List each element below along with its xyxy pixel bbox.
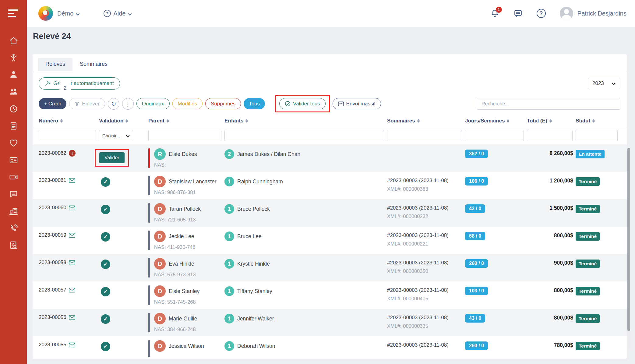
sidebar-item-documents[interactable] <box>7 121 20 131</box>
send-envelope-icon[interactable] <box>69 315 75 320</box>
parent-nas: NAS: 575-973-813 <box>154 272 196 277</box>
releve-number[interactable]: 2023-00056 <box>39 314 66 320</box>
generate-button[interactable]: Générer automatiquement <box>39 77 120 90</box>
sidebar-item-reports[interactable] <box>7 241 20 250</box>
envelope-icon <box>69 178 75 183</box>
building-chart-icon <box>9 207 18 216</box>
send-envelope-icon[interactable] <box>69 178 75 183</box>
sidebar-item-educator[interactable] <box>7 70 20 80</box>
sidebar-item-calls[interactable] <box>7 224 20 233</box>
mass-send-button[interactable]: Envoi massif <box>333 98 381 109</box>
releve-number[interactable]: 2023-00060 <box>39 205 66 211</box>
notifications-button[interactable]: 1 <box>490 9 499 18</box>
column-header-4[interactable]: Sommaires <box>387 118 465 124</box>
sidebar-item-organization[interactable] <box>7 207 20 216</box>
sidebar-item-child[interactable] <box>7 53 20 62</box>
validation-filter-select[interactable]: Choisir... <box>99 130 133 141</box>
column-header-5[interactable]: Jours/Semaines <box>465 118 527 124</box>
send-envelope-icon[interactable] <box>69 342 75 348</box>
filter-input-3[interactable] <box>224 130 384 141</box>
sidebar-item-video[interactable] <box>7 172 20 182</box>
validate-highlight: Valider <box>95 149 129 167</box>
sidebar <box>0 0 27 364</box>
column-header-0[interactable]: Numéro <box>39 118 99 124</box>
tab-releves[interactable]: Relevés <box>38 58 72 71</box>
filter-deleted-button[interactable]: Supprimés <box>205 98 241 109</box>
sidebar-item-schedule[interactable] <box>7 104 20 114</box>
send-envelope-icon[interactable] <box>69 260 75 265</box>
releve-number[interactable]: 2023-00055 <box>39 342 66 348</box>
releve-number[interactable]: 2023-00061 <box>39 177 66 183</box>
id-card-icon <box>9 155 18 165</box>
filter-input-0[interactable] <box>39 130 96 141</box>
parent-avatar: D <box>154 285 166 297</box>
search-input[interactable] <box>477 98 620 110</box>
filter-input-2[interactable] <box>148 130 221 141</box>
releve-number[interactable]: 2023-00062 <box>39 150 66 156</box>
sommaire-ref: #2023-00003 (2023-11-08) <box>387 232 465 239</box>
validated-check-icon: ✓ <box>101 314 110 324</box>
refresh-button[interactable]: ↻ <box>108 98 119 110</box>
column-header-6[interactable]: Total (E) <box>527 118 576 124</box>
filter-originals-button[interactable]: Originaux <box>136 98 170 109</box>
sidebar-item-messages[interactable] <box>7 189 20 199</box>
filter-input-6[interactable] <box>527 130 573 141</box>
sidebar-item-home[interactable] <box>7 36 20 45</box>
row-accent-bar <box>148 176 150 195</box>
sort-icon <box>245 119 248 123</box>
scrollbar-track[interactable] <box>627 148 630 349</box>
home-icon <box>9 36 18 45</box>
column-header-2[interactable]: Parent <box>148 118 224 124</box>
tab-sommaires[interactable]: Sommaires <box>72 58 115 71</box>
sommaire-xml: XML#: 000000232 <box>387 214 465 219</box>
status-badge: Terminé <box>576 342 600 350</box>
envelope-icon <box>69 205 75 210</box>
filter-input-4[interactable] <box>387 130 462 141</box>
validate-all-button[interactable]: Valider tous <box>279 98 326 109</box>
year-select[interactable]: 2023 <box>588 78 620 89</box>
column-header-7[interactable]: Statut <box>576 118 621 124</box>
sidebar-item-health[interactable] <box>7 138 20 148</box>
more-options-button[interactable]: ⋮ <box>122 98 134 110</box>
column-header-1[interactable]: Validation <box>99 118 148 124</box>
filter-input-5[interactable] <box>465 130 524 141</box>
send-envelope-icon[interactable] <box>69 233 75 238</box>
menu-icon[interactable] <box>0 0 27 27</box>
releve-number[interactable]: 2023-00057 <box>39 287 66 293</box>
parent-avatar: D <box>154 203 166 215</box>
children-count-badge: 1 <box>224 286 234 296</box>
create-button[interactable]: + Créer <box>39 98 66 109</box>
column-header-3[interactable]: Enfants <box>224 118 387 124</box>
releves-card: Relevés Sommaires Générer automatiquemen… <box>33 54 627 359</box>
parent-avatar: R <box>154 148 166 160</box>
releve-number[interactable]: 2023-00058 <box>39 260 66 266</box>
help-menu[interactable]: ? Aide <box>104 10 132 17</box>
send-envelope-icon[interactable] <box>69 205 75 210</box>
validate-button[interactable]: Valider <box>99 152 125 163</box>
envelope-icon <box>69 288 75 293</box>
row-accent-bar <box>148 285 150 305</box>
help-button[interactable]: ? <box>537 9 546 18</box>
table-row: 2023-00058 ✓ D Éva Hinkle NAS: 575-973-8… <box>33 254 627 281</box>
scrollbar-thumb[interactable] <box>627 148 630 331</box>
parent-avatar: D <box>154 258 166 270</box>
children-names: Bruce Pollock <box>237 206 270 212</box>
table-row: 2023-00055 ✓ D Jessica Wilson 1 Deborah … <box>33 336 627 360</box>
parent-nas: NAS: <box>154 162 197 168</box>
remove-button[interactable]: Enlever <box>69 98 105 109</box>
releve-number[interactable]: 2023-00059 <box>39 232 66 238</box>
messages-button[interactable] <box>513 9 523 18</box>
sidebar-item-contacts[interactable] <box>7 155 20 165</box>
row-accent-bar <box>148 340 150 357</box>
sidebar-item-family[interactable] <box>7 87 20 97</box>
envelope-icon <box>338 101 344 106</box>
filter-all-button[interactable]: Tous <box>244 98 265 109</box>
app-logo-icon[interactable] <box>38 6 53 21</box>
sommaire-xml: XML#: 000000335 <box>387 323 465 329</box>
filter-input-7[interactable] <box>576 130 618 141</box>
user-menu[interactable]: Patrick Desjardins <box>560 7 626 20</box>
org-menu[interactable]: Démo <box>57 10 80 17</box>
filter-modified-button[interactable]: Modifiés <box>172 98 203 109</box>
alert-icon[interactable]: ! <box>69 150 76 157</box>
send-envelope-icon[interactable] <box>69 288 75 293</box>
